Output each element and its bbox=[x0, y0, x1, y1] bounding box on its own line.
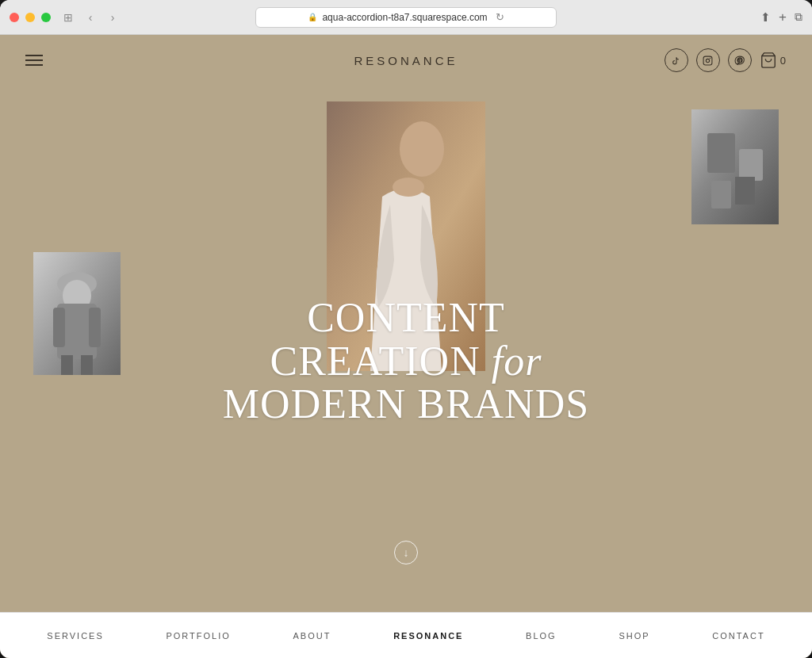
svg-rect-8 bbox=[53, 308, 65, 347]
maximize-button[interactable] bbox=[41, 13, 51, 22]
minimize-button[interactable] bbox=[25, 13, 35, 22]
tiktok-icon[interactable] bbox=[665, 48, 688, 72]
close-button[interactable] bbox=[10, 13, 19, 22]
nav-shop[interactable]: SHOP bbox=[612, 628, 656, 644]
mac-window: ⊞ ‹ › 🔒 aqua-accordion-t8a7.squarespace.… bbox=[0, 0, 812, 658]
hero-image-right bbox=[691, 109, 779, 224]
browser-actions: ⬆ + ⧉ bbox=[760, 10, 802, 25]
nav-resonance[interactable]: RESONANCE bbox=[387, 628, 469, 644]
svg-marker-16 bbox=[735, 177, 755, 205]
svg-point-19 bbox=[393, 178, 424, 197]
nav-contact[interactable]: CONTACT bbox=[706, 628, 771, 644]
website: RESONANCE bbox=[0, 35, 812, 658]
svg-point-18 bbox=[400, 121, 444, 177]
sidebar-toggle[interactable]: ⊞ bbox=[60, 10, 76, 25]
hero-line3: MODERN BRANDS bbox=[223, 384, 589, 427]
back-button[interactable]: ‹ bbox=[82, 10, 98, 25]
nav-portfolio[interactable]: PORTFOLIO bbox=[159, 628, 236, 644]
tabs-icon[interactable]: ⧉ bbox=[795, 10, 802, 24]
hero-image-left bbox=[33, 252, 121, 375]
svg-point-2 bbox=[710, 58, 710, 59]
hero-headline: CONTENT CREATION for MODERN BRANDS bbox=[223, 296, 589, 427]
window-controls bbox=[10, 13, 51, 22]
site-header: RESONANCE bbox=[0, 35, 812, 86]
forward-button[interactable]: › bbox=[105, 10, 121, 25]
header-right: 0 bbox=[665, 48, 787, 72]
refresh-icon[interactable]: ↻ bbox=[496, 11, 504, 23]
scroll-indicator[interactable]: ↓ bbox=[394, 541, 418, 564]
hero-line1: CONTENT bbox=[223, 296, 589, 340]
site-logo[interactable]: RESONANCE bbox=[354, 54, 458, 67]
hero-text: CONTENT CREATION for MODERN BRANDS bbox=[223, 296, 589, 427]
url-text: aqua-accordion-t8a7.squarespace.com bbox=[322, 12, 487, 23]
hero-italic: for bbox=[492, 339, 542, 384]
svg-rect-0 bbox=[703, 56, 712, 65]
new-tab-icon[interactable]: + bbox=[779, 10, 787, 25]
photo-left-inner bbox=[33, 252, 121, 375]
scroll-down-icon: ↓ bbox=[404, 546, 409, 559]
svg-rect-9 bbox=[89, 308, 101, 347]
lock-icon: 🔒 bbox=[308, 13, 317, 21]
cart-count: 0 bbox=[780, 55, 787, 67]
svg-rect-15 bbox=[711, 181, 731, 208]
address-bar[interactable]: 🔒 aqua-accordion-t8a7.squarespace.com ↻ bbox=[255, 7, 557, 28]
instagram-icon[interactable] bbox=[696, 48, 720, 72]
photo-right-inner bbox=[691, 109, 779, 224]
svg-rect-14 bbox=[739, 149, 763, 181]
pinterest-icon[interactable] bbox=[728, 48, 752, 72]
svg-rect-10 bbox=[61, 355, 73, 375]
svg-rect-13 bbox=[707, 133, 735, 173]
nav-about[interactable]: ABOUT bbox=[287, 628, 338, 644]
cart-button[interactable]: 0 bbox=[760, 52, 787, 69]
svg-point-1 bbox=[707, 59, 710, 62]
nav-services[interactable]: SERVICES bbox=[40, 628, 109, 644]
hamburger-menu[interactable] bbox=[25, 55, 43, 66]
share-icon[interactable]: ⬆ bbox=[760, 10, 771, 25]
site-main: CONTENT CREATION for MODERN BRANDS ↓ bbox=[0, 86, 812, 612]
site-footer-nav: SERVICES PORTFOLIO ABOUT RESONANCE BLOG … bbox=[0, 612, 812, 658]
nav-blog[interactable]: BLOG bbox=[519, 628, 563, 644]
svg-rect-11 bbox=[81, 355, 93, 375]
hero-line2: CREATION for bbox=[223, 340, 589, 384]
title-bar: ⊞ ‹ › 🔒 aqua-accordion-t8a7.squarespace.… bbox=[0, 0, 812, 35]
browser-nav: ⊞ ‹ › bbox=[60, 10, 121, 25]
